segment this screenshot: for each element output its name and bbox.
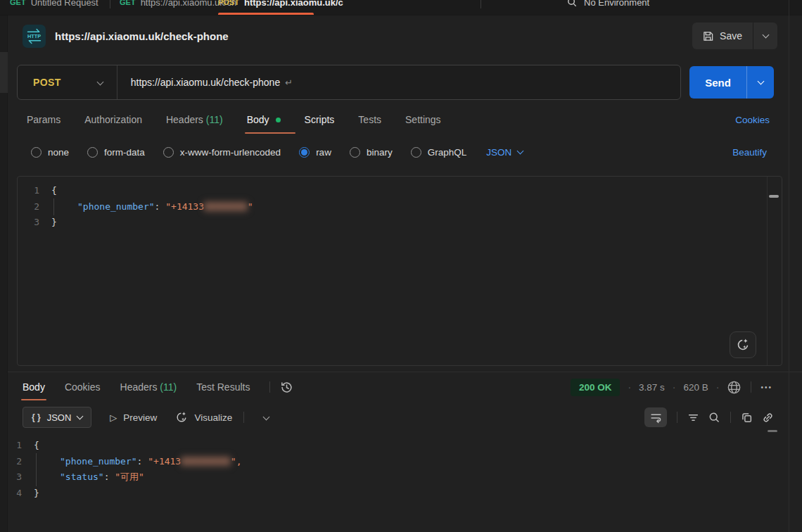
response-size[interactable]: 620 B (684, 382, 708, 393)
response-tab-test-results[interactable]: Test Results (196, 372, 250, 402)
response-toolbar: { } JSON ▷ Preview Visualize (0, 402, 802, 433)
json-key: "phone_number" (77, 201, 155, 212)
send-options-button[interactable] (747, 66, 774, 99)
link-response-icon[interactable] (762, 412, 774, 424)
filter-icon[interactable] (687, 412, 699, 424)
copy-response-icon[interactable] (741, 412, 753, 424)
code-line: 1 { (0, 438, 802, 454)
response-history-button[interactable] (280, 381, 293, 394)
indent-guide (53, 198, 54, 216)
method-dropdown-button[interactable] (98, 76, 103, 89)
tab-authorization[interactable]: Authorization (84, 101, 142, 138)
postbot-button[interactable] (730, 331, 756, 358)
code-token: : (104, 471, 115, 482)
json-string: "可用" (115, 471, 144, 482)
editor-scrollbar-thumb[interactable] (769, 195, 779, 198)
sidebar-handle[interactable] (0, 52, 8, 93)
response-tab-headers[interactable]: Headers (11) (120, 372, 177, 402)
response-tab-cookies[interactable]: Cookies (65, 372, 101, 402)
more-options-button[interactable]: ••• (760, 384, 772, 391)
language-selector[interactable]: JSON (486, 147, 523, 158)
save-options-button[interactable] (753, 23, 777, 49)
line-number: 4 (0, 486, 34, 502)
right-pane-splitter[interactable] (789, 0, 789, 532)
cookies-link[interactable]: Cookies (735, 115, 770, 125)
method-badge-post: POST (218, 0, 239, 6)
json-string: ", (231, 456, 242, 467)
tab-scripts[interactable]: Scripts (305, 101, 335, 138)
line-number: 2 (0, 454, 34, 470)
mode-graphql[interactable]: GraphQL (411, 147, 467, 158)
response-action-icons (644, 407, 774, 427)
workspace-tab-bar: GET Untitled Request GET https://api.xia… (0, 0, 802, 15)
code-token: : (137, 456, 148, 467)
preview-button[interactable]: ▷ Preview (110, 412, 157, 423)
mode-binary[interactable]: binary (350, 147, 393, 158)
url-bar-row: POST https://api.xiaomu.uk/check-phone ↵… (17, 65, 785, 101)
radio-icon[interactable] (350, 147, 360, 158)
language-label: JSON (486, 147, 511, 158)
radio-icon[interactable] (31, 147, 42, 158)
braces-icon: { } (32, 412, 41, 422)
response-time[interactable]: 3.87 s (639, 382, 665, 393)
mode-label: x-www-form-urlencoded (180, 147, 281, 158)
tab-divider (110, 0, 110, 8)
beautify-link[interactable]: Beautify (732, 147, 767, 158)
response-body-viewer[interactable]: 1 { 2 "phone_number": "+141300000000", 3… (0, 433, 802, 501)
save-button[interactable]: Save (692, 23, 753, 49)
environment-selector[interactable]: No Environment (567, 0, 649, 15)
tab-headers[interactable]: Headers (11) (166, 101, 223, 138)
svg-text:HTTP: HTTP (27, 33, 41, 39)
chevron-down-icon (762, 31, 769, 38)
response-meta: 200 OK · 3.87 s · 620 B · ••• (571, 379, 772, 396)
mode-none[interactable]: none (31, 147, 69, 158)
code-token: { (51, 185, 57, 196)
editor-scrollbar-track (767, 177, 768, 365)
radio-selected-icon[interactable] (299, 147, 310, 158)
dot-separator: · (628, 381, 631, 393)
chevron-down-icon (77, 412, 84, 419)
search-response-icon[interactable] (708, 412, 720, 424)
method-selector[interactable]: POST (18, 77, 61, 88)
mode-label: GraphQL (428, 147, 467, 158)
indent-guide (36, 469, 37, 486)
url-input[interactable]: https://api.xiaomu.uk/check-phone (131, 77, 280, 88)
mode-form-data[interactable]: form-data (87, 147, 145, 158)
environment-label: No Environment (584, 0, 649, 8)
mode-label: raw (316, 147, 331, 158)
radio-icon[interactable] (87, 147, 98, 158)
response-tabs-row: Body Cookies Headers (11) Test Results 2… (0, 372, 802, 402)
code-line: 3 "status": "可用" (0, 469, 802, 486)
visualize-button[interactable]: Visualize (175, 411, 232, 424)
status-badge[interactable]: 200 OK (571, 379, 620, 396)
response-format-selector[interactable]: { } JSON (23, 407, 91, 428)
response-scrollbar-thumb[interactable] (768, 430, 777, 432)
dot-separator: · (673, 381, 676, 393)
request-body-editor[interactable]: 1 { 2 "phone_number": "+141330000000" 3 … (17, 176, 782, 366)
wrap-text-button[interactable] (644, 407, 667, 427)
tab-label: Headers (166, 114, 203, 125)
url-input-group: POST https://api.xiaomu.uk/check-phone ↵ (17, 65, 681, 100)
tab-label: Headers (120, 381, 158, 393)
response-tab-body[interactable]: Body (23, 372, 45, 402)
mode-x-www-form-urlencoded[interactable]: x-www-form-urlencoded (163, 147, 281, 158)
send-button[interactable]: Send (689, 66, 746, 99)
tab-body[interactable]: Body (247, 101, 281, 138)
tab-tests[interactable]: Tests (358, 101, 381, 138)
request-tab-untitled[interactable]: GET Untitled Request (10, 0, 98, 15)
headers-count: (11) (206, 114, 223, 125)
save-button-group: Save (692, 23, 777, 49)
network-globe-icon[interactable] (727, 380, 741, 395)
radio-icon[interactable] (163, 147, 174, 158)
tab-settings[interactable]: Settings (405, 101, 441, 138)
view-options-button[interactable] (264, 411, 269, 424)
save-icon (703, 31, 713, 42)
method-badge-get: GET (10, 0, 26, 6)
modified-dot-icon (276, 118, 281, 122)
tab-params[interactable]: Params (27, 101, 61, 138)
chevron-down-icon (517, 147, 524, 154)
radio-icon[interactable] (411, 147, 421, 158)
redacted-phone-digits: 00000000 (181, 456, 231, 467)
app-window: GET Untitled Request GET https://api.xia… (0, 0, 802, 532)
mode-raw[interactable]: raw (299, 147, 331, 158)
